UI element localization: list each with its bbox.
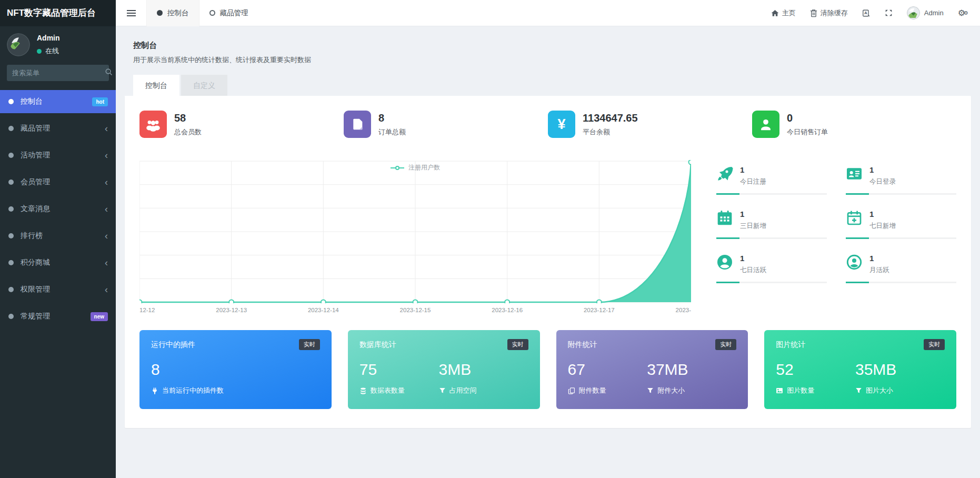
topbar-actions: 主页 清除缓存 A Admin ⚙⚙ <box>757 6 980 19</box>
sidebar-item-points-mall[interactable]: 积分商城 ‹ <box>0 251 116 274</box>
page-tabs: 控制台 自定义 <box>125 75 971 96</box>
database-icon <box>359 387 367 395</box>
card-image-stats[interactable]: 图片统计 实时 52 图片数量 35MB <box>764 330 956 409</box>
page-title: 控制台 <box>133 41 963 51</box>
new-badge: new <box>91 312 108 321</box>
topbar: 控制台 藏品管理 主页 清除缓存 A <box>116 0 980 26</box>
stat-today-sales: 0 今日销售订单 <box>752 111 956 138</box>
plug-icon <box>151 387 158 395</box>
chart-legend[interactable]: 注册用户数 <box>139 163 691 172</box>
sidebar-item-permissions[interactable]: 权限管理 ‹ <box>0 278 116 301</box>
avatar[interactable] <box>7 33 30 56</box>
card-running-plugins[interactable]: 运行中的插件 实时 8 当前运行中的插件数 <box>139 330 332 409</box>
bullet-icon <box>8 233 14 238</box>
user-status: 在线 <box>37 46 60 56</box>
stat-total-members: 58 总会员数 <box>139 111 344 138</box>
mini-stat-three-day-new: 1 三日新增 <box>716 210 827 239</box>
mini-stat-today-login: 1 今日登录 <box>846 165 956 195</box>
sidebar-item-activities[interactable]: 活动管理 ‹ <box>0 144 116 167</box>
language-button[interactable]: A <box>862 9 871 17</box>
sidebar-item-rankings[interactable]: 排行榜 ‹ <box>0 224 116 247</box>
settings-button[interactable]: ⚙⚙ <box>958 9 968 17</box>
user-panel: Admin 在线 <box>0 26 116 58</box>
bullet-icon <box>8 99 14 104</box>
app-title: NFT数字藏品管理后台 <box>0 0 116 26</box>
bullet-icon <box>8 260 14 265</box>
user-circle-outline-icon <box>846 254 863 271</box>
chevron-left-icon: ‹ <box>105 258 108 267</box>
mini-stat-seven-day-new: 1 七日新增 <box>846 210 956 239</box>
sidebar-item-general[interactable]: 常规管理 new <box>0 305 116 328</box>
card-attachment-stats[interactable]: 附件统计 实时 67 附件数量 37MB <box>556 330 748 409</box>
realtime-badge: 实时 <box>924 339 945 350</box>
user-icon <box>752 111 779 138</box>
copy-icon <box>568 387 575 395</box>
chevron-left-icon: ‹ <box>105 151 108 160</box>
dashboard-panel: 58 总会员数 8 订单总额 ¥ 1134647.65 平台余额 <box>125 96 971 428</box>
gear-small-icon: ⚙ <box>964 11 968 16</box>
summary-cards-row: 运行中的插件 实时 8 当前运行中的插件数 数据库统计 实时 <box>139 330 956 409</box>
realtime-badge: 实时 <box>507 339 528 350</box>
sidebar-item-articles[interactable]: 文章消息 ‹ <box>0 197 116 221</box>
trash-icon <box>810 9 817 17</box>
rocket-icon <box>716 165 733 182</box>
avatar <box>907 6 920 19</box>
sidebar-item-members[interactable]: 会员管理 ‹ <box>0 171 116 194</box>
main-content: 控制台 用于展示当前系统中的统计数据、统计报表及重要实时数据 控制台 自定义 5… <box>116 26 980 478</box>
bullet-icon <box>8 314 14 319</box>
user-circle-icon <box>716 254 733 271</box>
tab-custom[interactable]: 自定义 <box>181 75 227 96</box>
sidebar-item-collections[interactable]: 藏品管理 ‹ <box>0 117 116 140</box>
page-description: 用于展示当前系统中的统计数据、统计报表及重要实时数据 <box>133 55 963 65</box>
sidebar-item-dashboard[interactable]: 控制台 hot <box>0 90 116 113</box>
filled-circle-icon <box>157 10 163 16</box>
sidebar-search[interactable] <box>7 65 109 81</box>
yen-icon: ¥ <box>548 111 575 138</box>
bullet-icon <box>8 206 14 212</box>
clear-cache-button[interactable]: 清除缓存 <box>810 8 848 18</box>
legend-marker-icon <box>391 167 404 168</box>
funnel-icon <box>647 387 654 394</box>
online-dot-icon <box>37 49 42 54</box>
chevron-left-icon: ‹ <box>105 231 108 241</box>
image-icon <box>776 387 783 394</box>
home-button[interactable]: 主页 <box>771 8 796 18</box>
chart-x-axis: 12-122023-12-132023-12-142023-12-152023-… <box>139 306 691 316</box>
expand-icon <box>885 9 893 17</box>
registered-users-chart: 注册用户数 12-122023-12-132023-12-142023-12-1… <box>139 160 691 316</box>
bullet-icon <box>8 126 14 131</box>
file-icon <box>344 111 371 138</box>
chevron-left-icon: ‹ <box>105 204 108 214</box>
funnel-icon <box>855 387 862 394</box>
topbar-tab-collections[interactable]: 藏品管理 <box>199 0 258 26</box>
mini-stat-month-active: 1 月活跃 <box>846 254 956 283</box>
stat-order-total: 8 订单总额 <box>344 111 548 138</box>
stats-row: 58 总会员数 8 订单总额 ¥ 1134647.65 平台余额 <box>139 111 956 138</box>
home-icon <box>771 9 779 17</box>
search-input[interactable] <box>12 69 105 77</box>
sidebar-menu: 控制台 hot 藏品管理 ‹ 活动管理 ‹ 会员管理 ‹ 文章消息 ‹ 排行榜 … <box>0 90 116 328</box>
bullet-icon <box>8 180 14 185</box>
bullet-icon <box>8 153 14 158</box>
calendar-icon <box>716 210 733 226</box>
calendar-plus-icon <box>846 210 863 226</box>
sidebar: NFT数字藏品管理后台 Admin 在线 控制台 hot <box>0 0 116 478</box>
fullscreen-button[interactable] <box>885 9 893 17</box>
search-icon[interactable] <box>105 68 113 78</box>
svg-text:A: A <box>864 11 867 15</box>
chevron-left-icon: ‹ <box>105 285 108 294</box>
users-icon <box>139 111 167 138</box>
language-icon: A <box>862 9 871 17</box>
topbar-tab-dashboard[interactable]: 控制台 <box>146 0 199 26</box>
id-card-icon <box>846 165 863 182</box>
panel-header: 控制台 用于展示当前系统中的统计数据、统计报表及重要实时数据 <box>125 33 971 75</box>
mini-stat-today-register: 1 今日注册 <box>716 165 827 195</box>
card-database-stats[interactable]: 数据库统计 实时 75 数据表数量 3MB <box>348 330 540 409</box>
chevron-left-icon: ‹ <box>105 124 108 133</box>
funnel-icon <box>439 387 446 394</box>
realtime-badge: 实时 <box>715 339 736 350</box>
hollow-circle-icon <box>209 10 215 16</box>
sidebar-toggle-button[interactable] <box>116 0 146 26</box>
user-menu[interactable]: Admin <box>907 6 944 19</box>
tab-console[interactable]: 控制台 <box>133 75 179 96</box>
